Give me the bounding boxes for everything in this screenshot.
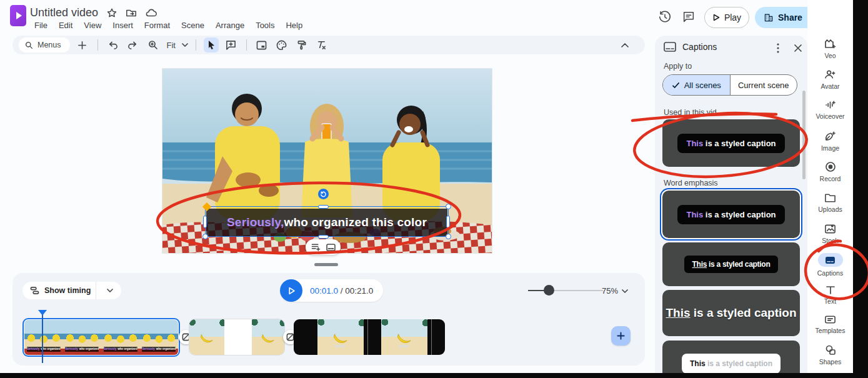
playhead-line[interactable] [42,314,43,363]
divider [246,39,247,51]
star-icon[interactable] [106,7,117,19]
resize-handle-br[interactable] [446,234,451,239]
timeline-clip-2[interactable] [189,319,284,355]
clear-formatting-button[interactable] [314,37,329,52]
zoom-button[interactable] [146,37,161,52]
select-tool-button[interactable] [204,37,219,52]
timeline-clip-3[interactable] [294,319,445,355]
record-icon [825,161,836,172]
menu-arrange[interactable]: Arrange [210,19,250,31]
divider [97,39,98,51]
close-icon [794,44,802,52]
redo-button[interactable] [126,37,141,52]
resize-handle-top[interactable] [318,205,329,209]
show-timing-button[interactable]: Show timing [22,282,121,299]
vids-logo [10,5,26,26]
timeline-play-button[interactable] [280,279,302,302]
apply-to-label: Apply to [664,62,692,71]
menu-scene[interactable]: Scene [176,19,210,31]
current-time: 00:01.0 [310,286,338,296]
resize-handle-bottom[interactable] [318,235,329,239]
resize-handle-tr[interactable] [446,204,451,209]
timeline-clip-1[interactable]: Seriously, who organized this color Seri… [22,318,180,357]
all-scenes-option[interactable]: All scenes [663,75,731,95]
menu-edit[interactable]: Edit [53,19,78,31]
check-icon [672,82,680,89]
collapse-toolbar-button[interactable] [621,43,629,47]
zoom-fit-label[interactable]: Fit [167,41,176,50]
stock-image-icon [824,224,836,234]
zoom-level-control[interactable]: 75% [602,286,628,296]
share-button[interactable]: Share [755,7,810,28]
sidebar-item-shapes[interactable]: Shapes [807,345,853,366]
sidebar-item-voiceover[interactable]: Voiceover [807,100,853,120]
sidebar-item-text[interactable]: Text [807,285,853,305]
letterbox-bottom [0,373,868,378]
theme-button[interactable] [274,37,289,52]
captions-panel-icon [664,42,676,52]
current-scene-option[interactable]: Current scene [731,75,797,95]
caption-style-underline-large[interactable]: This is a styled caption [662,290,800,336]
caption-style-color-emphasis[interactable]: This is a styled caption [662,191,800,238]
background-button[interactable] [254,37,269,52]
menu-help[interactable]: Help [280,19,308,31]
zoom-slider-thumb[interactable] [544,285,554,296]
document-title[interactable]: Untitled video [30,6,98,19]
banana-figure [199,331,215,346]
stage-resize-handle[interactable] [314,263,338,266]
resize-handle-right[interactable] [446,216,450,228]
play-button[interactable]: Play [704,7,749,28]
caption-style-used[interactable]: This is a styled caption [662,119,800,167]
divider [96,282,96,299]
resize-handle-left[interactable] [203,216,207,228]
current-scene-label: Current scene [738,81,789,90]
paint-format-button[interactable] [294,37,309,52]
apply-to-segmented-control: All scenes Current scene [662,74,797,96]
rotate-handle[interactable] [318,189,329,199]
comment-add-icon [226,40,236,50]
selection-box[interactable] [205,206,449,237]
playlist-add-icon[interactable] [311,243,321,251]
avatar-plus-icon [824,69,836,80]
panel-close-button[interactable] [791,41,805,55]
zoom-dropdown-icon[interactable] [182,43,188,47]
sidebar-item-image[interactable]: Image [807,131,853,152]
sidebar-item-stock[interactable]: Stock [807,224,853,244]
sidebar-item-templates[interactable]: Templates [807,315,853,334]
clear-format-icon [316,40,327,50]
frame-separator [367,319,368,355]
resize-handle-bl[interactable] [202,234,208,239]
sidebar-item-veo[interactable]: Veo [807,39,853,59]
panel-scrollbar[interactable] [802,91,806,179]
sidebar-item-avatar[interactable]: Avatar [807,69,853,90]
playhead-marker[interactable] [38,310,47,316]
menu-view[interactable]: View [78,19,107,31]
add-scene-button[interactable] [611,326,631,346]
panel-menu-button[interactable] [771,41,785,55]
caption-style-underline-pill[interactable]: This is a styled caption [662,242,800,286]
cloud-status-icon[interactable] [145,7,157,19]
comment-icon[interactable] [682,10,696,24]
caption-style-white-pill[interactable]: This is a styled caption [662,341,800,378]
frame-icon [256,41,267,50]
sidebar-item-record[interactable]: Record [807,161,853,182]
move-folder-icon[interactable] [126,7,137,19]
undo-button[interactable] [106,37,121,52]
menu-tools[interactable]: Tools [250,19,280,31]
sidebar-item-uploads[interactable]: Uploads [807,193,853,213]
share-label: Share [778,12,802,22]
time-separator: / [338,286,345,296]
kebab-menu-icon [777,43,779,53]
menus-search[interactable]: Menus [19,37,70,52]
mini-caption-mark [399,345,409,347]
toolbar: Menus Fit [12,36,645,54]
sidebar-item-captions[interactable]: Captions [807,253,853,277]
show-timing-dropdown[interactable] [101,289,119,292]
new-scene-button[interactable] [75,37,90,52]
menu-insert[interactable]: Insert [107,19,139,31]
add-comment-button[interactable] [224,37,239,52]
menu-format[interactable]: Format [139,19,176,31]
menu-file[interactable]: File [29,19,53,31]
captions-icon[interactable] [326,244,336,251]
version-history-icon[interactable] [658,10,672,24]
